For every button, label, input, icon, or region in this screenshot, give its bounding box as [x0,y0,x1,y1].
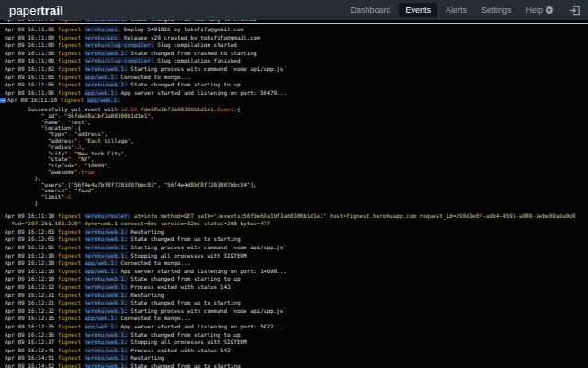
log-program[interactable]: heroku/web.1: [85,65,128,72]
log-row: Apr 09 16:12:10 fignest heroku/web.1: St… [0,275,588,283]
log-message: State changed from up to starting [128,299,241,305]
log-program[interactable]: heroku/web.1: [85,339,128,345]
log-program[interactable]: heroku/web.1: [85,50,128,56]
log-system[interactable]: fignest [58,323,81,329]
log-row: Apr 09 16:14:52 fignest heroku/web.1: St… [0,362,588,368]
log-program[interactable]: heroku/web.1: [85,275,128,282]
log-program[interactable]: heroku/web.1: [85,362,128,368]
papertrail-logo[interactable]: papertrail [9,4,63,17]
log-program[interactable]: heroku/web.1: [85,236,128,242]
json-line: "users":["56f4e4a7bf8f7203007bbc93", "56… [0,182,588,189]
log-message: Connected to mongo... [118,74,190,80]
log-program[interactable]: heroku/web.1: [85,299,128,305]
log-program[interactable]: heroku/web.1: [85,347,128,353]
log-system[interactable]: fignest [58,283,81,290]
log-program[interactable]: app/web.1: [85,268,118,274]
log-row: Apr 09 16:11:00 fignest heroku/slug-comp… [0,41,588,50]
log-system[interactable]: fignest [58,57,81,63]
nav-item-settings[interactable]: Settings [475,3,518,17]
log-system[interactable]: fignest [58,307,81,314]
log-row: –Apr 09 16:11:10 fignest app/web.1: [0,97,588,105]
nav-item-alerts[interactable]: Alerts [439,3,473,17]
json-segment: , [91,156,95,162]
log-system[interactable]: fignest [58,362,81,368]
nav-item-dashboard[interactable]: Dashboard [344,3,397,17]
log-row: Apr 09 16:11:00 fignest heroku/api: Depl… [0,26,588,34]
log-program[interactable]: heroku/web.1: [85,244,128,250]
log-program[interactable]: app/web.1: [85,259,118,266]
json-segment: Successfully got event with [5,107,120,112]
json-line: "type": "address", [0,132,588,138]
log-program[interactable]: heroku/web.1: [85,20,128,22]
log-system[interactable]: fignest [58,228,81,235]
log-system[interactable]: fignest [58,259,81,266]
log-program[interactable]: app/web.1: [87,97,120,103]
log-timestamp: Apr 09 16:14:51 [5,354,58,361]
log-program[interactable]: heroku/web.1: [85,81,128,87]
log-system[interactable]: fignest [58,315,81,321]
log-timestamp: Apr 09 16:12:35 [5,315,58,321]
log-message: State changed from crashed to starting [128,50,257,56]
log-program[interactable]: heroku/slug-compiler: [85,57,154,63]
log-message: Restarting [128,292,164,298]
json-line: "awesome":true [0,169,588,176]
log-program[interactable]: app/web.1: [85,74,118,80]
log-timestamp: Apr 09 16:11:10 [5,213,58,219]
log-system[interactable]: fignest [58,236,81,242]
log-program[interactable]: app/web.1: [85,89,118,96]
log-row: Apr 09 16:07:46 fignest heroku/web.1: St… [0,20,588,23]
log-system[interactable]: fignest [58,292,81,298]
log-system[interactable]: fignest [58,74,81,80]
log-system[interactable]: fignest [58,34,81,40]
log-system[interactable]: fignest [58,81,81,87]
json-segment: 56 [130,107,137,112]
log-system[interactable]: fignest [58,213,81,219]
log-program[interactable]: heroku/api: [85,26,121,32]
log-row: Apr 09 16:11:05 fignest app/web.1: Conne… [0,74,588,82]
json-segment: "test" [68,120,88,125]
json-line: "state": "NY", [0,156,588,163]
sign-out-button[interactable] [569,5,581,17]
log-system[interactable]: fignest [58,354,81,361]
log-program[interactable]: heroku/web.1: [85,228,128,235]
log-program[interactable]: heroku/slug-compiler: [85,41,154,48]
log-program[interactable]: heroku/router: [85,213,131,219]
log-system[interactable]: fignest [58,26,81,32]
collapse-marker[interactable]: – [0,98,6,103]
log-program[interactable]: heroku/api: [85,34,121,40]
log-system[interactable]: fignest [58,275,81,282]
log-system[interactable]: fignest [58,347,81,353]
log-system[interactable]: fignest [58,252,81,259]
log-system[interactable]: fignest [61,97,84,103]
log-timestamp: Apr 09 16:12:12 [5,283,58,290]
json-segment: "location" [5,125,74,131]
log-program[interactable]: heroku/web.1: [85,292,128,298]
json-segment: true [81,169,94,175]
log-system[interactable]: fignest [58,89,81,96]
log-timestamp: Apr 09 16:12:31 [5,292,58,298]
log-program[interactable]: heroku/web.1: [85,331,128,338]
log-timestamp: Apr 09 16:12:03 [5,236,58,242]
log-program[interactable]: app/web.1: [85,323,118,329]
log-system[interactable]: fignest [58,41,81,48]
log-program[interactable]: heroku/web.1: [85,283,128,290]
log-program[interactable]: heroku/web.1: [85,354,128,361]
log-row: Apr 09 16:11:02 fignest heroku/web.1: St… [0,65,588,74]
log-program[interactable]: heroku/web.1: [85,307,128,314]
log-program[interactable]: heroku/web.1: [85,252,128,259]
log-system[interactable]: fignest [58,65,81,72]
json-segment: , [124,151,128,156]
log-system[interactable]: fignest [58,331,81,338]
nav-item-events[interactable]: Events [399,3,437,17]
log-system[interactable]: fignest [58,299,81,305]
json-segment: "address" [5,138,77,144]
log-system[interactable]: fignest [58,339,81,345]
log-system[interactable]: fignest [58,20,81,22]
log-system[interactable]: fignest [58,244,81,250]
nav-item-help[interactable]: Help [519,3,560,17]
log-timestamp: Apr 09 16:12:03 [5,228,58,235]
log-system[interactable]: fignest [58,268,81,274]
log-program[interactable]: app/web.1: [85,315,118,321]
json-line: Successfully got event with id:56 fde68a… [0,107,588,113]
log-system[interactable]: fignest [58,50,81,56]
